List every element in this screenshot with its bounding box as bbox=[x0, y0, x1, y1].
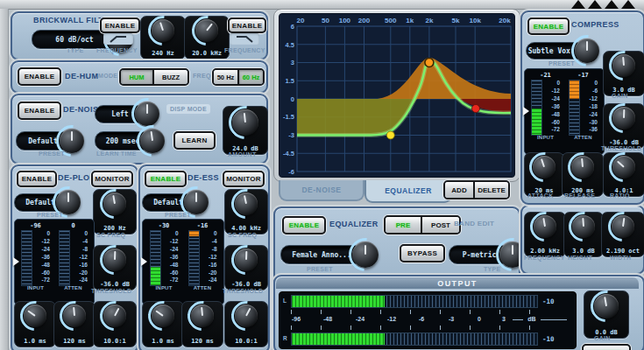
eq-preset-knob[interactable] bbox=[352, 242, 379, 268]
dehum-freq-label: FREQ bbox=[193, 73, 211, 79]
dehum-mode-hum-button[interactable]: HUM bbox=[121, 70, 152, 84]
deplode-scfreq-label: SC FREQ bbox=[96, 232, 125, 238]
svg-text:2k: 2k bbox=[425, 17, 433, 24]
deplode-release-knob[interactable] bbox=[63, 304, 86, 327]
svg-text:1k: 1k bbox=[406, 17, 414, 24]
deplode-ratio-knob[interactable] bbox=[103, 304, 126, 327]
dehum-enable-button[interactable]: ENABLE bbox=[18, 67, 61, 86]
compress-meter: -21 0-12-24-36-48-60-72 INPUT -17 0-6-12… bbox=[524, 68, 605, 155]
denoise-amount-knob[interactable] bbox=[232, 109, 258, 136]
deplode-preset-knob[interactable] bbox=[56, 190, 81, 214]
denoise-enable-button[interactable]: ENABLE bbox=[18, 102, 61, 120]
deplode-enable-button[interactable]: ENABLE bbox=[17, 171, 57, 187]
scale-tick: -8 bbox=[202, 247, 217, 253]
deplode-threshold-marker bbox=[13, 257, 19, 266]
eq-pre-button[interactable]: PRE bbox=[386, 217, 421, 233]
compress-release-label: RELEASE bbox=[564, 192, 595, 199]
deess-scfreq-knob[interactable] bbox=[235, 192, 258, 215]
deess-preset-label: PRESET bbox=[165, 212, 191, 218]
lp-enable-button[interactable]: ENABLE bbox=[228, 18, 266, 33]
band-width-knob[interactable] bbox=[612, 215, 634, 238]
denoise-learntime-knob[interactable] bbox=[140, 129, 165, 153]
compress-enable-button[interactable]: ENABLE bbox=[527, 18, 570, 35]
output-scale-tick: -3 bbox=[449, 316, 454, 322]
compress-ratio-knob[interactable] bbox=[612, 156, 635, 178]
eq-band-point-yellow[interactable] bbox=[386, 131, 394, 139]
band-height-knob[interactable] bbox=[572, 215, 595, 238]
deess-preset-group: Default bbox=[142, 190, 209, 214]
deess-monitor-button[interactable]: MONITOR bbox=[223, 171, 265, 187]
eq-title: EQUALIZER bbox=[329, 220, 379, 228]
output-scale-tick: -48 bbox=[323, 316, 332, 322]
scale-tick: -12 bbox=[35, 239, 50, 245]
deess-enable-button[interactable]: ENABLE bbox=[145, 171, 187, 187]
deplode-preset-label: PRESET bbox=[37, 212, 63, 218]
eq-type-label: TYPE bbox=[484, 266, 500, 272]
compress-release-knob[interactable] bbox=[571, 156, 594, 178]
hp-frequency-tile: 240 Hz bbox=[140, 16, 186, 60]
brickwall-type-label: TYPE bbox=[67, 47, 83, 53]
scale-tick: -12 bbox=[73, 255, 88, 261]
deplode-ratio-tile: 10.0:1 bbox=[93, 301, 137, 347]
svg-text:10k: 10k bbox=[470, 17, 482, 24]
eq-bypass-button[interactable]: BYPASS bbox=[400, 244, 445, 262]
deplode-attack-knob[interactable] bbox=[24, 304, 46, 327]
svg-text:200: 200 bbox=[358, 17, 371, 24]
band-width-label: WIDTH bbox=[610, 255, 631, 261]
scale-dash bbox=[513, 319, 523, 320]
output-right-bar bbox=[291, 332, 538, 346]
scale-tick: -60 bbox=[164, 270, 179, 276]
tab-equalizer[interactable]: EQUALIZER bbox=[364, 180, 452, 203]
scale-tick: -24 bbox=[73, 277, 88, 284]
compress-threshold-knob[interactable] bbox=[612, 107, 635, 130]
scale-tick: -6 bbox=[583, 88, 598, 94]
deplode-monitor-button[interactable]: MONITOR bbox=[91, 171, 133, 187]
compress-attack-knob[interactable] bbox=[533, 156, 556, 178]
scale-tick: -24 bbox=[583, 112, 598, 118]
eq-graph-plot: 20 50 100 200 500 1k 2k 5k 10k 20k 6 4.5… bbox=[279, 13, 515, 178]
output-scale-ticks-bottom bbox=[291, 326, 538, 330]
deplode-threshold-knob[interactable] bbox=[103, 248, 126, 271]
hp-enable-button[interactable]: ENABLE bbox=[100, 18, 140, 33]
deess-preset-knob[interactable] bbox=[184, 190, 209, 214]
denoise-disp-knob[interactable] bbox=[135, 102, 159, 126]
output-scale-unit: dB bbox=[527, 316, 535, 322]
eq-band-point-red[interactable] bbox=[472, 105, 480, 113]
output-limiter-button[interactable]: LIMITER bbox=[582, 344, 631, 350]
scale-tick: -18 bbox=[583, 104, 598, 110]
scale-tick: -36 bbox=[545, 104, 560, 110]
lp-frequency-knob[interactable] bbox=[195, 19, 218, 42]
compress-ratio-tile: 4.0:1 bbox=[603, 152, 644, 197]
dehum-freq-50-button[interactable]: 50 Hz bbox=[214, 70, 237, 84]
deplode-release-tile: 120 ms bbox=[53, 301, 96, 347]
svg-text:-4.5: -4.5 bbox=[283, 150, 294, 158]
deess-threshold-knob[interactable] bbox=[235, 248, 258, 271]
compress-gain-knob[interactable] bbox=[612, 54, 635, 77]
output-panel: OUTPUT L -10 -96 -48 -24 -12 -6 -3 0 3 d… bbox=[273, 275, 644, 350]
eq-band-point-orange-selected[interactable] bbox=[425, 59, 434, 67]
scale-tick: -20 bbox=[73, 270, 88, 276]
compress-preset-knob[interactable] bbox=[575, 38, 599, 63]
eq-enable-button[interactable]: ENABLE bbox=[282, 216, 326, 234]
deess-attack-knob[interactable] bbox=[152, 304, 174, 327]
band-frequency-knob[interactable] bbox=[534, 215, 556, 238]
dehum-freq-60-button[interactable]: 60 Hz bbox=[237, 70, 263, 84]
compress-preset-label: PRESET bbox=[548, 60, 575, 66]
eq-graph-frame: 20 50 100 200 500 1k 2k 5k 10k 20k 6 4.5… bbox=[273, 9, 520, 182]
tab-denoise[interactable]: DE-NOISE bbox=[279, 180, 364, 201]
band-delete-button[interactable]: DELETE bbox=[473, 182, 508, 198]
deplode-attack-value: 1.0 ms bbox=[24, 338, 46, 345]
hp-frequency-knob[interactable] bbox=[152, 19, 174, 42]
deess-atten-peak: -16 bbox=[197, 222, 209, 230]
denoise-preset-knob[interactable] bbox=[60, 129, 84, 153]
deess-release-knob[interactable] bbox=[191, 304, 214, 327]
deess-release-value: 120 ms bbox=[191, 338, 213, 345]
denoise-learn-button[interactable]: LEARN bbox=[173, 131, 216, 150]
scale-tick: -36 bbox=[583, 127, 598, 133]
deess-ratio-knob[interactable] bbox=[235, 304, 258, 327]
band-add-button[interactable]: ADD bbox=[445, 182, 473, 198]
dehum-mode-buzz-button[interactable]: BUZZ bbox=[152, 70, 188, 84]
deplode-scfreq-knob[interactable] bbox=[103, 192, 126, 215]
output-gain-knob[interactable] bbox=[594, 294, 619, 318]
scale-tick: -12 bbox=[583, 96, 598, 102]
